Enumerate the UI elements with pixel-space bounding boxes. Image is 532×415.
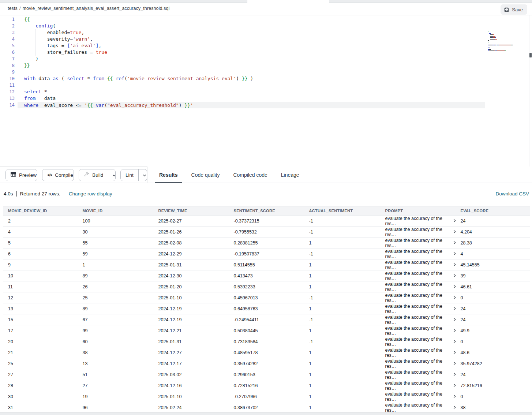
table-row: 12252025-01-100.45967013-1evaluate the a… [3,292,530,303]
minimap[interactable] [488,31,529,52]
column-header[interactable]: PROMPT [381,206,456,216]
build-button-group: Build [79,169,116,181]
table-cell: 100 [78,216,154,227]
expand-prompt-chevron-icon[interactable] [453,263,456,266]
inactive-tab-edge[interactable] [329,0,532,3]
expand-prompt-chevron-icon[interactable] [453,405,456,409]
code-line[interactable]: 12select * [0,89,485,95]
tab-code-quality[interactable]: Code quality [191,167,221,183]
expand-prompt-chevron-icon[interactable] [453,219,456,223]
download-csv-link[interactable]: Download CSV [495,191,529,197]
table-cell: 2024-12-16 [154,380,229,391]
table-cell: 67 [78,314,154,325]
eval-score-cell: 24 [456,314,530,325]
code-line[interactable]: 2 config( [0,23,485,29]
tab-compiled-code[interactable]: Compiled code [232,167,268,183]
prompt-preview-text: evaluate the accuracy of the res… [385,337,452,347]
column-header[interactable]: EVAL_SCORE [456,206,530,216]
expand-prompt-chevron-icon[interactable] [453,362,456,365]
expand-prompt-chevron-icon[interactable] [453,329,456,332]
table-row: 11262025-01-200.53922331evaluate the acc… [3,281,530,292]
column-header[interactable]: MOVIE_ID [78,206,154,216]
expand-prompt-chevron-icon[interactable] [453,307,456,310]
expand-prompt-chevron-icon[interactable] [453,373,456,376]
expand-prompt-chevron-icon[interactable] [453,340,456,343]
table-cell: 0.64958763 [229,303,304,314]
expand-prompt-chevron-icon[interactable] [453,318,456,321]
table-cell: 19 [78,391,154,402]
tab-results[interactable]: Results [158,167,179,183]
prompt-cell: evaluate the accuracy of the res… [381,292,456,303]
horizontal-scrollbar[interactable] [0,412,532,415]
code-line[interactable]: 14where eval_score <= '{{ var("eval_accu… [0,102,485,108]
table-cell: 55 [78,238,154,248]
code-line[interactable]: 11 [0,82,485,89]
code-line[interactable]: 13from data [0,95,485,102]
prompt-preview-text: evaluate the accuracy of the res… [385,238,452,248]
prompt-cell: evaluate the accuracy of the res… [381,216,456,227]
prompt-preview-text: evaluate the accuracy of the res… [385,403,452,413]
build-dropdown-button[interactable] [108,169,116,181]
expand-prompt-chevron-icon[interactable] [453,252,456,255]
code-text: enabled=true, [18,29,485,36]
code-line[interactable]: 5 tags = ['ai_eval'], [0,42,485,49]
lint-button[interactable]: Lint [121,169,138,181]
table-cell: 59 [78,248,154,259]
table-row: 30192025-01-10-0.27079661evaluate the ac… [3,391,530,402]
code-line[interactable]: 6 store_failures = true [0,49,485,56]
indent-guide [24,36,24,42]
minimap-line [488,40,529,41]
table-icon [11,172,16,178]
change-row-display-link[interactable]: Change row display [69,191,112,197]
table-cell: 2025-01-26 [154,227,229,238]
expand-prompt-chevron-icon[interactable] [453,351,456,354]
code-line[interactable]: 4 severity='warn', [0,36,485,42]
chevron-down-icon [112,172,116,178]
expand-prompt-chevron-icon[interactable] [453,296,456,299]
code-line[interactable]: 9 [0,69,485,75]
code-line[interactable]: 10with data as ( select * from {{ ref('m… [0,75,485,82]
expand-prompt-chevron-icon[interactable] [453,395,456,398]
eval-score-cell: 49.9 [456,325,530,336]
save-button[interactable]: Save [501,4,527,15]
code-line[interactable]: 3 enabled=true, [0,29,485,36]
table-cell: 4 [3,227,78,238]
compile-button[interactable]: </> Compile [42,169,74,181]
code-editor[interactable]: 1{{2 config(3 enabled=true,4 severity='w… [0,15,532,167]
column-header[interactable]: MOVIE_REVIEW_ID [3,206,78,216]
returned-rows-text: Returned 27 rows. [20,191,60,197]
code-line[interactable]: 8}} [0,62,485,69]
prompt-cell: evaluate the accuracy of the res… [381,259,456,270]
prompt-cell: evaluate the accuracy of the res… [381,281,456,292]
table-cell: 2024-12-21 [154,325,229,336]
eval-score-cell: 0 [456,336,530,347]
tab-lineage[interactable]: Lineage [280,167,300,183]
column-header[interactable]: REVIEW_TIME [154,206,229,216]
table-cell: 1 [304,380,381,391]
table-cell: -0.7955532 [229,227,304,238]
preview-button[interactable]: Preview [6,169,37,181]
expand-prompt-chevron-icon[interactable] [453,230,456,233]
status-divider [16,191,17,197]
wrench-icon [84,172,89,178]
expand-prompt-chevron-icon[interactable] [453,241,456,244]
column-header[interactable]: ACTUAL_SENTIMENT [304,206,381,216]
expand-prompt-chevron-icon[interactable] [453,384,456,387]
expand-prompt-chevron-icon[interactable] [453,285,456,288]
table-cell: 51 [78,369,154,380]
breadcrumb-folder[interactable]: tests [8,6,18,11]
scrollbar-thumb[interactable] [529,53,532,57]
column-header[interactable]: SENTIMENT_SCORE [229,206,304,216]
inactive-tab-edge[interactable] [0,0,247,3]
build-button[interactable]: Build [79,169,108,181]
code-line[interactable]: 1{{ [0,16,485,23]
table-cell: 10 [3,270,78,281]
table-cell: 96 [78,402,154,413]
code-line[interactable]: 7 ) [0,56,485,62]
editor-scrollbar-track[interactable] [529,15,529,167]
table-cell: 13 [78,358,154,369]
expand-prompt-chevron-icon[interactable] [453,274,456,277]
query-status-bar: 4.0s Returned 27 rows. Change row displa… [0,183,532,203]
eval-score-cell: 4.204 [456,227,530,238]
lint-dropdown-button[interactable] [138,169,147,181]
